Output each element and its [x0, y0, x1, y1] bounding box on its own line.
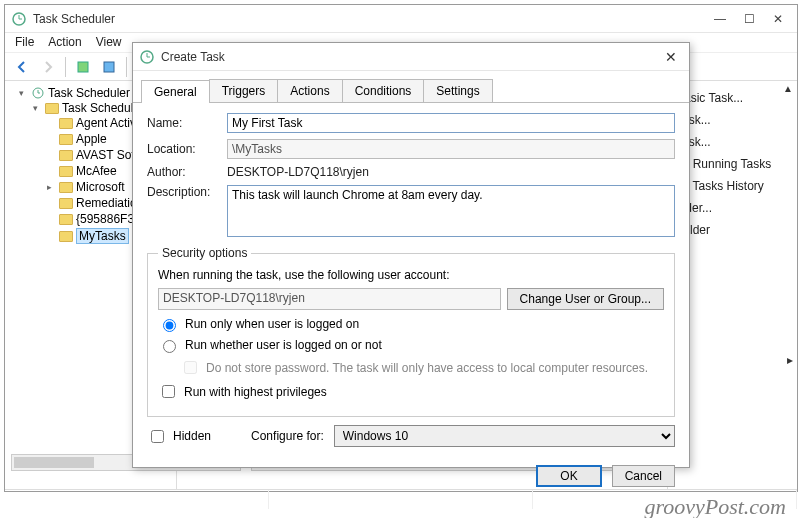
- highpriv-checkbox[interactable]: [162, 385, 175, 398]
- action-item[interactable]: Basic Task...: [676, 87, 789, 109]
- folder-icon: [59, 166, 73, 177]
- hidden-check[interactable]: Hidden: [147, 427, 211, 446]
- radio-logged-off-label: Run whether user is logged on or not: [185, 338, 382, 352]
- back-button[interactable]: [11, 56, 33, 78]
- folder-icon: [59, 134, 73, 145]
- tree-item-label: MyTasks: [76, 228, 129, 244]
- action-item[interactable]: Folder: [676, 219, 789, 241]
- forward-button[interactable]: [37, 56, 59, 78]
- refresh-icon[interactable]: [98, 56, 120, 78]
- folder-icon: [59, 198, 73, 209]
- nostore-label: Do not store password. The task will onl…: [206, 361, 648, 375]
- name-input[interactable]: [227, 113, 675, 133]
- nostore-check: Do not store password. The task will onl…: [180, 358, 664, 377]
- tab-actions[interactable]: Actions: [277, 79, 342, 102]
- nostore-checkbox: [184, 361, 197, 374]
- security-text: When running the task, use the following…: [158, 268, 664, 282]
- action-item[interactable]: Task...: [676, 131, 789, 153]
- main-title: Task Scheduler: [33, 12, 714, 26]
- watermark: groovyPost.com: [644, 494, 786, 518]
- clock-icon: [139, 49, 155, 65]
- menu-view[interactable]: View: [96, 35, 122, 50]
- radio-logged-off-input[interactable]: [163, 340, 176, 353]
- change-user-button[interactable]: Change User or Group...: [507, 288, 664, 310]
- user-account-value: DESKTOP-LD7Q118\ryjen: [158, 288, 501, 310]
- configure-label: Configure for:: [251, 429, 324, 443]
- main-titlebar: Task Scheduler — ☐ ✕: [5, 5, 797, 33]
- radio-logged-off[interactable]: Run whether user is logged on or not: [158, 337, 664, 353]
- radio-logged-on-input[interactable]: [163, 319, 176, 332]
- action-item[interactable]: older...: [676, 197, 789, 219]
- tree-item-label: Apple: [76, 132, 107, 146]
- dialog-title: Create Task: [161, 50, 659, 64]
- radio-logged-on[interactable]: Run only when user is logged on: [158, 316, 664, 332]
- action-item[interactable]: All Running Tasks: [676, 153, 789, 175]
- action-item[interactable]: Task...: [676, 109, 789, 131]
- highpriv-label: Run with highest privileges: [184, 385, 327, 399]
- tab-triggers[interactable]: Triggers: [209, 79, 279, 102]
- action-item[interactable]: All Tasks History: [676, 175, 789, 197]
- tab-settings[interactable]: Settings: [423, 79, 492, 102]
- folder-icon: [45, 103, 59, 114]
- tab-general[interactable]: General: [141, 80, 210, 103]
- clock-icon: [31, 86, 45, 100]
- menu-action[interactable]: Action: [48, 35, 81, 50]
- hidden-checkbox[interactable]: [151, 430, 164, 443]
- close-button[interactable]: ✕: [773, 12, 783, 26]
- svg-rect-3: [78, 62, 88, 72]
- minimize-button[interactable]: —: [714, 12, 726, 26]
- security-options-group: Security options When running the task, …: [147, 246, 675, 417]
- dialog-close-button[interactable]: ✕: [659, 49, 683, 65]
- ok-button[interactable]: OK: [536, 465, 601, 487]
- author-value: DESKTOP-LD7Q118\ryjen: [227, 165, 675, 179]
- app-icon: [11, 11, 27, 27]
- radio-logged-on-label: Run only when user is logged on: [185, 317, 359, 331]
- description-label: Description:: [147, 185, 227, 199]
- tree-item-label: McAfee: [76, 164, 117, 178]
- location-value: \MyTasks: [227, 139, 675, 159]
- dialog-tabs: GeneralTriggersActionsConditionsSettings: [133, 71, 689, 103]
- window-controls: — ☐ ✕: [714, 12, 791, 26]
- maximize-button[interactable]: ☐: [744, 12, 755, 26]
- configure-for-select[interactable]: Windows 10: [334, 425, 675, 447]
- tab-conditions[interactable]: Conditions: [342, 79, 425, 102]
- name-label: Name:: [147, 116, 227, 130]
- folder-icon: [59, 231, 73, 242]
- security-legend: Security options: [158, 246, 251, 260]
- tree-item-label: Microsoft: [76, 180, 125, 194]
- dialog-body: Name: Location: \MyTasks Author: DESKTOP…: [133, 103, 689, 457]
- folder-icon: [59, 214, 73, 225]
- folder-icon: [59, 150, 73, 161]
- chevron-right-icon[interactable]: ▸: [787, 353, 793, 367]
- hidden-label: Hidden: [173, 429, 211, 443]
- location-label: Location:: [147, 142, 227, 156]
- cancel-button[interactable]: Cancel: [612, 465, 675, 487]
- create-task-dialog: Create Task ✕ GeneralTriggersActionsCond…: [132, 42, 690, 468]
- author-label: Author:: [147, 165, 227, 179]
- menu-file[interactable]: File: [15, 35, 34, 50]
- folder-icon: [59, 182, 73, 193]
- collapse-icon[interactable]: ▲: [783, 83, 793, 94]
- description-input[interactable]: [227, 185, 675, 237]
- folder-icon: [59, 118, 73, 129]
- dialog-titlebar: Create Task ✕: [133, 43, 689, 71]
- action-icon[interactable]: [72, 56, 94, 78]
- dialog-buttons: OK Cancel: [133, 457, 689, 487]
- highpriv-check[interactable]: Run with highest privileges: [158, 382, 664, 401]
- svg-rect-4: [104, 62, 114, 72]
